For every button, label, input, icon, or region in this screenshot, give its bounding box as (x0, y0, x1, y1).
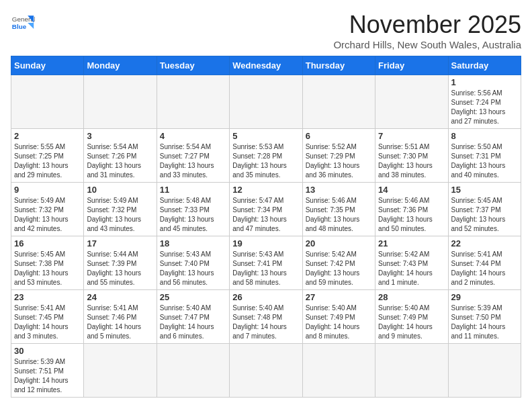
calendar-cell: 11Sunrise: 5:48 AM Sunset: 7:33 PM Dayli… (157, 183, 229, 236)
day-info: Sunrise: 5:50 AM Sunset: 7:31 PM Dayligh… (451, 142, 518, 180)
day-header-sunday: Sunday (11, 56, 84, 75)
calendar-cell (302, 75, 375, 129)
calendar-cell: 27Sunrise: 5:40 AM Sunset: 7:49 PM Dayli… (302, 290, 375, 344)
calendar-cell: 29Sunrise: 5:39 AM Sunset: 7:50 PM Dayli… (448, 290, 521, 344)
day-number: 26 (232, 292, 299, 302)
calendar-cell: 8Sunrise: 5:50 AM Sunset: 7:31 PM Daylig… (448, 129, 521, 183)
calendar-cell (230, 344, 302, 398)
day-info: Sunrise: 5:46 AM Sunset: 7:36 PM Dayligh… (378, 196, 445, 234)
day-number: 3 (87, 131, 153, 141)
calendar-week-row: 2Sunrise: 5:55 AM Sunset: 7:25 PM Daylig… (11, 129, 521, 183)
calendar-cell (448, 344, 521, 398)
day-info: Sunrise: 5:43 AM Sunset: 7:41 PM Dayligh… (232, 250, 299, 287)
svg-text:Blue: Blue (12, 23, 27, 30)
day-info: Sunrise: 5:40 AM Sunset: 7:49 PM Dayligh… (378, 304, 445, 341)
calendar-cell: 20Sunrise: 5:42 AM Sunset: 7:42 PM Dayli… (302, 236, 375, 290)
calendar-cell: 9Sunrise: 5:49 AM Sunset: 7:32 PM Daylig… (11, 183, 84, 236)
calendar-cell (375, 344, 448, 398)
calendar-cell: 21Sunrise: 5:42 AM Sunset: 7:43 PM Dayli… (375, 236, 448, 290)
day-number: 16 (14, 238, 81, 248)
calendar-cell: 17Sunrise: 5:44 AM Sunset: 7:39 PM Dayli… (84, 236, 157, 290)
calendar-cell: 12Sunrise: 5:47 AM Sunset: 7:34 PM Dayli… (230, 183, 302, 236)
calendar-cell: 30Sunrise: 5:39 AM Sunset: 7:51 PM Dayli… (11, 344, 84, 398)
day-info: Sunrise: 5:45 AM Sunset: 7:38 PM Dayligh… (14, 250, 81, 287)
calendar-cell: 14Sunrise: 5:46 AM Sunset: 7:36 PM Dayli… (375, 183, 448, 236)
day-number: 27 (306, 292, 372, 302)
calendar-week-row: 23Sunrise: 5:41 AM Sunset: 7:45 PM Dayli… (11, 290, 521, 344)
day-number: 4 (160, 131, 226, 141)
day-number: 17 (87, 238, 153, 248)
calendar-cell: 4Sunrise: 5:54 AM Sunset: 7:27 PM Daylig… (157, 129, 229, 183)
day-header-monday: Monday (84, 56, 157, 75)
day-number: 15 (451, 185, 518, 195)
calendar-cell (157, 75, 229, 129)
day-number: 2 (14, 131, 81, 141)
calendar-cell: 18Sunrise: 5:43 AM Sunset: 7:40 PM Dayli… (157, 236, 229, 290)
calendar-cell: 23Sunrise: 5:41 AM Sunset: 7:45 PM Dayli… (11, 290, 84, 344)
day-number: 30 (14, 346, 81, 356)
day-info: Sunrise: 5:42 AM Sunset: 7:43 PM Dayligh… (378, 250, 445, 287)
month-title: November 2025 (333, 11, 521, 39)
title-section: November 2025 Orchard Hills, New South W… (333, 11, 521, 50)
calendar-cell: 7Sunrise: 5:51 AM Sunset: 7:30 PM Daylig… (375, 129, 448, 183)
day-number: 7 (378, 131, 445, 141)
calendar-cell: 16Sunrise: 5:45 AM Sunset: 7:38 PM Dayli… (11, 236, 84, 290)
day-info: Sunrise: 5:39 AM Sunset: 7:50 PM Dayligh… (451, 304, 518, 341)
day-info: Sunrise: 5:43 AM Sunset: 7:40 PM Dayligh… (160, 250, 226, 287)
day-info: Sunrise: 5:41 AM Sunset: 7:45 PM Dayligh… (14, 304, 81, 341)
page-header: General Blue November 2025 Orchard Hills… (11, 11, 521, 50)
calendar-header-row: SundayMondayTuesdayWednesdayThursdayFrid… (11, 56, 521, 75)
svg-marker-3 (28, 23, 34, 29)
day-info: Sunrise: 5:40 AM Sunset: 7:48 PM Dayligh… (232, 304, 299, 341)
day-info: Sunrise: 5:41 AM Sunset: 7:46 PM Dayligh… (87, 304, 153, 341)
day-number: 6 (306, 131, 372, 141)
day-header-friday: Friday (375, 56, 448, 75)
day-number: 9 (14, 185, 81, 195)
calendar-week-row: 16Sunrise: 5:45 AM Sunset: 7:38 PM Dayli… (11, 236, 521, 290)
calendar-cell (302, 344, 375, 398)
day-number: 19 (232, 238, 299, 248)
calendar-cell: 2Sunrise: 5:55 AM Sunset: 7:25 PM Daylig… (11, 129, 84, 183)
day-info: Sunrise: 5:41 AM Sunset: 7:44 PM Dayligh… (451, 250, 518, 287)
day-number: 25 (160, 292, 226, 302)
calendar-cell (375, 75, 448, 129)
calendar-cell: 13Sunrise: 5:46 AM Sunset: 7:35 PM Dayli… (302, 183, 375, 236)
day-number: 23 (14, 292, 81, 302)
calendar-week-row: 30Sunrise: 5:39 AM Sunset: 7:51 PM Dayli… (11, 344, 521, 398)
calendar-cell: 10Sunrise: 5:49 AM Sunset: 7:32 PM Dayli… (84, 183, 157, 236)
day-info: Sunrise: 5:51 AM Sunset: 7:30 PM Dayligh… (378, 142, 445, 180)
day-info: Sunrise: 5:55 AM Sunset: 7:25 PM Dayligh… (14, 142, 81, 180)
day-number: 29 (451, 292, 518, 302)
day-info: Sunrise: 5:54 AM Sunset: 7:27 PM Dayligh… (160, 142, 226, 180)
day-number: 14 (378, 185, 445, 195)
calendar-cell (230, 75, 302, 129)
calendar-cell: 25Sunrise: 5:40 AM Sunset: 7:47 PM Dayli… (157, 290, 229, 344)
day-info: Sunrise: 5:52 AM Sunset: 7:29 PM Dayligh… (306, 142, 372, 180)
day-number: 12 (232, 185, 299, 195)
day-info: Sunrise: 5:40 AM Sunset: 7:49 PM Dayligh… (306, 304, 372, 341)
calendar-cell: 24Sunrise: 5:41 AM Sunset: 7:46 PM Dayli… (84, 290, 157, 344)
day-header-thursday: Thursday (302, 56, 375, 75)
day-info: Sunrise: 5:46 AM Sunset: 7:35 PM Dayligh… (306, 196, 372, 234)
day-number: 5 (232, 131, 299, 141)
day-number: 24 (87, 292, 153, 302)
calendar-cell (11, 75, 84, 129)
day-number: 11 (160, 185, 226, 195)
calendar-cell: 1Sunrise: 5:56 AM Sunset: 7:24 PM Daylig… (448, 75, 521, 129)
day-number: 10 (87, 185, 153, 195)
day-number: 18 (160, 238, 226, 248)
logo: General Blue (11, 11, 35, 35)
calendar-cell: 5Sunrise: 5:53 AM Sunset: 7:28 PM Daylig… (230, 129, 302, 183)
day-number: 20 (306, 238, 372, 248)
location-title: Orchard Hills, New South Wales, Australi… (333, 39, 521, 50)
day-info: Sunrise: 5:44 AM Sunset: 7:39 PM Dayligh… (87, 250, 153, 287)
day-header-tuesday: Tuesday (157, 56, 229, 75)
day-info: Sunrise: 5:39 AM Sunset: 7:51 PM Dayligh… (14, 357, 81, 395)
day-header-saturday: Saturday (448, 56, 521, 75)
day-info: Sunrise: 5:53 AM Sunset: 7:28 PM Dayligh… (232, 142, 299, 180)
day-number: 28 (378, 292, 445, 302)
day-info: Sunrise: 5:47 AM Sunset: 7:34 PM Dayligh… (232, 196, 299, 234)
day-number: 1 (451, 77, 518, 87)
day-info: Sunrise: 5:42 AM Sunset: 7:42 PM Dayligh… (306, 250, 372, 287)
calendar-week-row: 9Sunrise: 5:49 AM Sunset: 7:32 PM Daylig… (11, 183, 521, 236)
